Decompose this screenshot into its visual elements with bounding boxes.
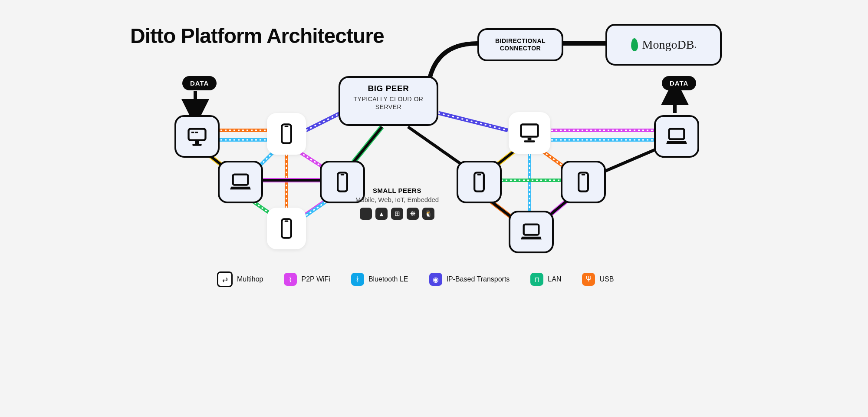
svg-line-23: [306, 113, 341, 130]
bidirectional-connector-node: BIDIRECTIONALCONNECTOR: [477, 28, 563, 61]
mongodb-leaf-icon: [631, 38, 638, 52]
svg-rect-50: [195, 141, 199, 144]
mongodb-node: MongoDB.: [605, 24, 722, 66]
svg-rect-62: [669, 129, 684, 139]
os-icon-row: ▲ ⊞ ❋ 🐧: [339, 208, 456, 220]
bluetooth-icon: ᚼ: [351, 273, 364, 286]
svg-rect-57: [282, 219, 291, 238]
desktop-icon: [518, 122, 541, 144]
mongodb-label: MongoDB: [642, 38, 694, 52]
laptop-node-left: [218, 161, 263, 203]
laptop-icon: [520, 221, 542, 243]
multihop-icon: ⇄: [217, 271, 233, 287]
svg-line-24: [306, 113, 341, 130]
svg-rect-64: [477, 174, 481, 175]
svg-rect-54: [233, 175, 248, 185]
windows-icon: ⊞: [391, 208, 403, 220]
data-in-pill: DATA: [182, 76, 217, 90]
phone-node-right-1: [457, 161, 502, 203]
legend-bluetooth: ᚼ Bluetooth LE: [351, 273, 408, 286]
legend-usb: Ψ USB: [582, 273, 614, 286]
svg-rect-53: [285, 126, 289, 127]
apple-icon: [360, 208, 372, 220]
phone-icon: [572, 171, 595, 193]
svg-rect-63: [474, 172, 484, 191]
terminal-icon: [186, 125, 208, 148]
svg-rect-58: [285, 221, 289, 222]
android-icon: ▲: [375, 208, 388, 220]
phone-node-right-2: [561, 161, 606, 203]
usb-icon: Ψ: [582, 273, 595, 286]
big-peer-subtitle: TYPICALLY CLOUD OR SERVER: [340, 95, 437, 111]
data-out-pill: DATA: [662, 76, 696, 90]
raspberry-pi-icon: ❋: [407, 208, 419, 220]
lan-icon: ⊓: [530, 273, 543, 286]
legend-ip: ◉ IP-Based Transports: [429, 273, 510, 286]
phone-icon: [275, 217, 298, 240]
svg-rect-49: [195, 132, 198, 133]
legend: ⇄ Multihop ⌇ P2P WiFi ᚼ Bluetooth LE ◉ I…: [217, 271, 614, 287]
svg-rect-56: [341, 174, 345, 175]
diagram-title: Ditto Platform Architecture: [130, 24, 384, 48]
small-peers-subtitle: Mobile, Web, IoT, Embedded: [339, 196, 456, 203]
terminal-node: [174, 115, 220, 158]
svg-line-46: [599, 148, 660, 174]
svg-rect-59: [521, 125, 538, 137]
svg-line-28: [438, 113, 508, 130]
svg-rect-51: [192, 144, 202, 146]
linux-icon: 🐧: [422, 208, 434, 220]
svg-rect-47: [189, 129, 206, 140]
svg-rect-66: [582, 174, 585, 175]
svg-rect-48: [191, 132, 194, 133]
laptop-icon: [229, 171, 252, 193]
desktop-node: [509, 112, 550, 154]
phone-icon: [275, 122, 298, 145]
big-peer-title: BIG PEER: [340, 84, 437, 93]
small-peers-label: SMALL PEERS Mobile, Web, IoT, Embedded ▲…: [339, 187, 456, 220]
svg-rect-52: [282, 124, 291, 143]
laptop-node-right-bottom: [509, 211, 554, 253]
laptop-node-right-top: [654, 115, 699, 158]
legend-multihop: ⇄ Multihop: [217, 271, 263, 287]
svg-rect-65: [579, 172, 588, 191]
svg-rect-67: [524, 225, 539, 235]
phone-node-left-bottom: [267, 208, 306, 249]
laptop-icon: [665, 125, 688, 148]
legend-p2p-wifi: ⌇ P2P WiFi: [284, 273, 330, 286]
small-peers-title: SMALL PEERS: [339, 187, 456, 194]
big-peer-node: BIG PEER TYPICALLY CLOUD OR SERVER: [339, 76, 438, 126]
svg-rect-61: [524, 140, 535, 142]
wifi-icon: ⌇: [284, 273, 297, 286]
ip-icon: ◉: [429, 273, 442, 286]
svg-rect-60: [528, 138, 532, 141]
svg-line-27: [438, 113, 508, 130]
phone-node-left-top: [267, 113, 306, 155]
phone-icon: [468, 171, 490, 193]
legend-lan: ⊓ LAN: [530, 273, 561, 286]
